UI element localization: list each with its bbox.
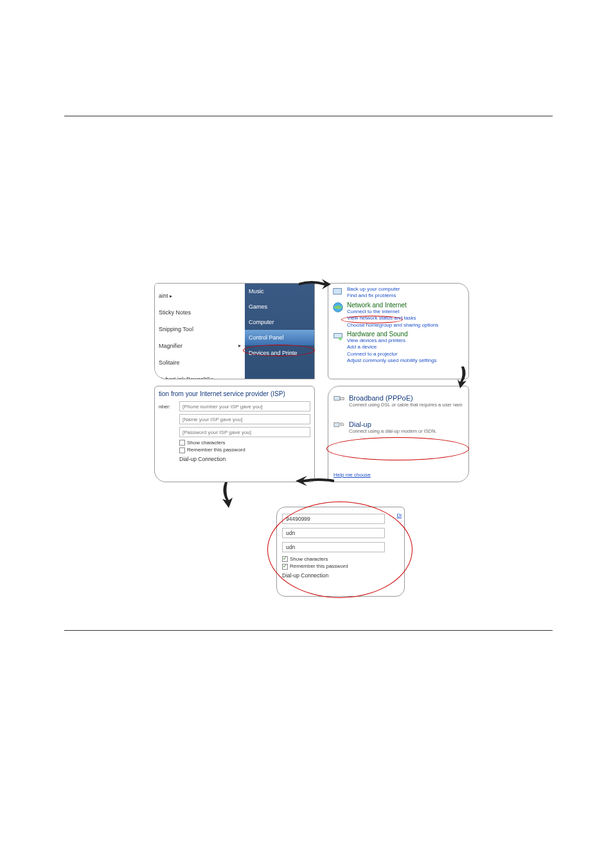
link-homegroup[interactable]: Choose homegroup and sharing options [347,322,465,329]
input-password[interactable] [179,427,310,437]
input-phone-filled[interactable] [282,514,385,524]
isp-form-filled: Di Show characters Remember this passwor… [276,507,405,597]
network-icon [332,302,344,313]
broadband-title: Broadband (PPPoE) [349,394,462,402]
start-item-magnifier[interactable]: Magnifier ▸ [155,338,245,354]
label-number: nber: [159,404,177,410]
link-connect-internet[interactable]: Connect to the Internet [347,309,465,315]
start-menu-left: aint ▸ Sticky Notes Snipping Tool Magnif… [155,284,245,379]
start-item-control-panel[interactable]: Control Panel [245,330,315,345]
dialup-title: Dial-up [349,420,437,428]
link-projector[interactable]: Connect to a projector [347,351,465,357]
link-devices-printers[interactable]: View devices and printers [347,338,465,344]
start-item-sticky[interactable]: Sticky Notes [155,304,245,321]
control-panel-window: Back up your computer Find and fix probl… [328,283,469,379]
dialup-icon [333,420,345,429]
broadband-icon [333,394,345,403]
svg-point-3 [339,337,342,340]
checkbox-show-chars[interactable]: Show characters [179,440,310,446]
option-broadband[interactable]: Broadband (PPPoE) Connect using DSL or c… [332,392,465,410]
start-item-music[interactable]: Music [245,284,315,299]
broadband-subtitle: Connect using DSL or cable that requires… [349,402,462,408]
input-password-filled[interactable] [282,542,385,552]
link-network-status[interactable]: View network status and tasks [347,315,465,321]
start-menu-right: Music Games Computer Control Panel Devic… [245,284,315,379]
svg-rect-4 [334,396,340,400]
start-menu-panel: aint ▸ Sticky Notes Snipping Tool Magnif… [154,283,315,379]
input-phone[interactable] [179,401,310,411]
isp-header: tion from your Internet service provider… [159,390,310,397]
checkbox-remember-filled[interactable]: Remember this password [282,563,399,569]
hardware-title[interactable]: Hardware and Sound [347,330,465,338]
start-item-games[interactable]: Games [245,299,315,314]
start-item-power2go[interactable]: CyberLink Power2Go [155,371,245,379]
category-hardware: Hardware and Sound View devices and prin… [332,330,465,365]
isp-form-blank: tion from your Internet service provider… [154,386,315,482]
start-item-paint[interactable]: aint ▸ [155,287,245,304]
hardware-icon [332,330,344,342]
connection-name-label: Dial-up Connection [179,456,310,462]
system-icon [332,286,344,298]
link-mobility[interactable]: Adjust commonly used mobility settings [347,357,465,364]
link-add-device[interactable]: Add a device [347,344,465,350]
link-dial-partial[interactable]: Di [396,512,402,518]
connection-choice-panel: Broadband (PPPoE) Connect using DSL or c… [328,386,469,482]
start-item-snipping[interactable]: Snipping Tool [155,321,245,338]
link-fix[interactable]: Find and fix problems [347,293,465,299]
link-help-choose[interactable]: Help me choose [333,472,371,478]
start-item-computer[interactable]: Computer [245,314,315,330]
svg-rect-0 [333,289,342,294]
dialup-subtitle: Connect using a dial-up modem or ISDN. [349,428,437,434]
start-item-solitaire[interactable]: Solitaire [155,354,245,371]
input-name-filled[interactable] [282,528,385,538]
checkbox-show-chars-filled[interactable]: Show characters [282,556,399,562]
link-backup[interactable]: Back up your computer [347,286,465,293]
checkbox-remember[interactable]: Remember this password [179,447,310,453]
category-system: Back up your computer Find and fix probl… [332,286,465,300]
divider-top [64,116,553,116]
network-title[interactable]: Network and Internet [347,302,465,309]
start-item-devices[interactable]: Devices and Printe [245,345,315,361]
svg-rect-6 [334,422,339,426]
option-dialup[interactable]: Dial-up Connect using a dial-up modem or… [332,418,465,437]
arrow-3-to-5 [218,482,238,508]
category-network: Network and Internet Connect to the Inte… [332,302,465,329]
input-name[interactable] [179,414,310,424]
connection-name-filled: Dial-up Connection [282,572,399,579]
divider-bottom [64,630,553,631]
svg-rect-5 [341,397,344,400]
